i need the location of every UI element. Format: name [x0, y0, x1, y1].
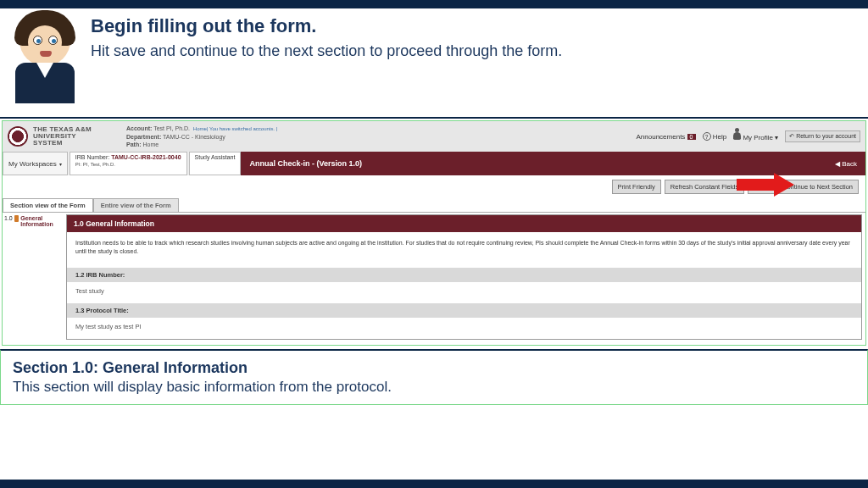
action-row: Print Friendly Refresh Constant Fields S…	[3, 175, 865, 198]
app-shell: THE TEXAS A&MUNIVERSITY SYSTEM Account: …	[2, 120, 866, 346]
tab-irb[interactable]: IRB Number: TAMU-CC-IRB-2021-0040 PI: PI…	[70, 152, 187, 175]
footer-body: This section will display basic informat…	[13, 379, 855, 396]
top-banner	[0, 0, 868, 8]
logo-text: THE TEXAS A&MUNIVERSITY SYSTEM	[33, 126, 92, 147]
profile-menu[interactable]: My Profile ▾	[733, 132, 778, 141]
title-bar: Annual Check-in - (Version 1.0) ◀ Back	[241, 152, 865, 175]
form-title: Annual Check-in - (Version 1.0)	[249, 159, 362, 168]
instruction-body: Hit save and continue to the next sectio…	[91, 42, 562, 60]
bottom-banner	[0, 480, 868, 488]
view-tabs: Section view of the Form Entire view of …	[3, 198, 865, 213]
app-header: THE TEXAS A&MUNIVERSITY SYSTEM Account: …	[3, 121, 865, 152]
arrow-callout-icon	[737, 173, 798, 197]
page-icon	[14, 215, 19, 222]
form-body: 1.0 General Information Institution need…	[66, 214, 862, 340]
refresh-fields-button[interactable]: Refresh Constant Fields	[665, 180, 744, 194]
instruction-title: Begin filling out the form.	[91, 15, 562, 37]
section-description: Institution needs to be able to track wh…	[67, 232, 861, 268]
footer-title: Section 1.0: General Information	[13, 359, 855, 377]
side-nav: 1.0General Information	[3, 213, 66, 345]
help-link[interactable]: ? Help	[703, 132, 727, 141]
account-links[interactable]: Home| You have switched accounts. |	[193, 126, 278, 131]
my-workspaces-button[interactable]: My Workspaces	[3, 152, 68, 175]
account-info: Account: Test PI, Ph.D. Home| You have s…	[92, 125, 637, 148]
person-icon	[733, 132, 741, 140]
tab-study-assistant[interactable]: Study Assistant	[189, 152, 242, 175]
back-link[interactable]: ◀ Back	[835, 160, 857, 168]
help-icon: ?	[703, 132, 711, 141]
field-value-protocol-title: My test study as test PI	[67, 318, 861, 339]
field-value-irb-number: Test study	[67, 282, 861, 303]
sidenav-item-general-info[interactable]: 1.0General Information	[4, 215, 64, 227]
field-label-irb-number: 1.2 IRB Number:	[67, 268, 861, 282]
section-header: 1.0 General Information	[67, 215, 861, 232]
tab-section-view[interactable]: Section view of the Form	[3, 198, 93, 212]
field-label-protocol-title: 1.3 Protocol Title:	[67, 303, 861, 318]
instruction-top: Begin filling out the form. Hit save and…	[0, 8, 868, 119]
form-area: 1.0General Information 1.0 General Infor…	[3, 213, 865, 345]
print-friendly-button[interactable]: Print Friendly	[612, 180, 661, 194]
tab-entire-view[interactable]: Entire view of the Form	[93, 198, 179, 212]
logo-seal-icon	[8, 126, 28, 147]
tab-row: My Workspaces IRB Number: TAMU-CC-IRB-20…	[3, 152, 865, 175]
instruction-bottom: Section 1.0: General Information This se…	[0, 349, 868, 405]
announcements-link[interactable]: Announcements 0	[637, 133, 696, 141]
avatar	[8, 15, 81, 108]
return-account-button[interactable]: ↶ Return to your account	[785, 130, 860, 142]
